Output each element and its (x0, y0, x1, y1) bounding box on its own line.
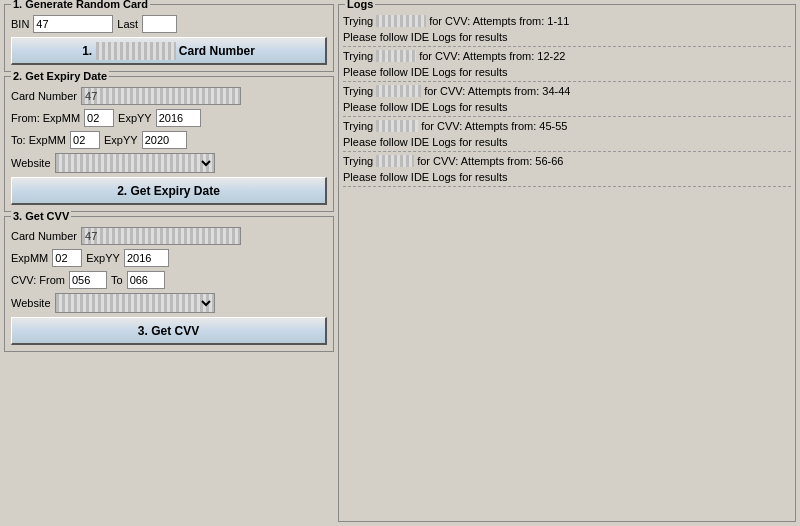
last-label: Last (117, 18, 138, 30)
generate-card-button[interactable]: 1. Card Number (11, 37, 327, 65)
log-divider-5 (343, 186, 791, 187)
get-cvv-button[interactable]: 3. Get CVV (11, 317, 327, 345)
button1-text: Card Number (179, 44, 255, 58)
log-entry-5: Trying for CVV: Attempts from: 34-44 (343, 83, 791, 99)
log-entry-7: Trying for CVV: Attempts from: 45-55 (343, 118, 791, 134)
bin-input[interactable] (33, 15, 113, 33)
from-expmm-label: From: ExpMM (11, 112, 80, 124)
log-entry-10: Please follow IDE Logs for results (343, 169, 791, 185)
expyy-from-input[interactable] (156, 109, 201, 127)
button1-prefix: 1. (82, 44, 92, 58)
cvv-from-input[interactable] (69, 271, 107, 289)
expmm-label: ExpMM (11, 252, 48, 264)
button1-striped (96, 42, 176, 60)
cvv-to-input[interactable] (127, 271, 165, 289)
to-expmm-input[interactable] (70, 131, 100, 149)
expmm-input[interactable] (52, 249, 82, 267)
log-divider-1 (343, 46, 791, 47)
section2-title: 2. Get Expiry Date (11, 70, 109, 82)
from-expmm-input[interactable] (84, 109, 114, 127)
to-expmm-label: To: ExpMM (11, 134, 66, 146)
section3-card-input[interactable]: 47 (81, 227, 241, 245)
section-get-cvv: 3. Get CVV Card Number 47 ExpMM ExpYY CV… (4, 216, 334, 352)
log-striped-4 (376, 120, 418, 132)
log-entry-4: Please follow IDE Logs for results (343, 64, 791, 80)
expyy-input[interactable] (124, 249, 169, 267)
log-entry-9: Trying for CVV: Attempts from: 56-66 (343, 153, 791, 169)
bin-label: BIN (11, 18, 29, 30)
section-expiry-date: 2. Get Expiry Date Card Number 47 From: … (4, 76, 334, 212)
cvv-from-label: CVV: From (11, 274, 65, 286)
log-entry-1: Trying for CVV: Attempts from: 1-11 (343, 13, 791, 29)
logs-panel: Logs Trying for CVV: Attempts from: 1-11… (338, 4, 796, 522)
log-entry-8: Please follow IDE Logs for results (343, 134, 791, 150)
section3-website-select[interactable] (55, 293, 215, 313)
get-expiry-button[interactable]: 2. Get Expiry Date (11, 177, 327, 205)
last-input[interactable] (142, 15, 177, 33)
expyy-from-label: ExpYY (118, 112, 152, 124)
log-striped-1 (376, 15, 426, 27)
section3-title: 3. Get CVV (11, 210, 71, 222)
log-entry-6: Please follow IDE Logs for results (343, 99, 791, 115)
expyy-to-input[interactable] (142, 131, 187, 149)
section3-website-label: Website (11, 297, 51, 309)
logs-title: Logs (345, 0, 375, 10)
log-entry-2: Please follow IDE Logs for results (343, 29, 791, 45)
expyy-to-label: ExpYY (104, 134, 138, 146)
log-entry-3: Trying for CVV: Attempts from: 12-22 (343, 48, 791, 64)
section2-card-input[interactable]: 47 (81, 87, 241, 105)
section3-card-label: Card Number (11, 230, 77, 242)
logs-content[interactable]: Trying for CVV: Attempts from: 1-11 Plea… (339, 11, 795, 521)
log-striped-5 (376, 155, 414, 167)
log-striped-3 (376, 85, 421, 97)
section2-card-label: Card Number (11, 90, 77, 102)
section2-website-select[interactable] (55, 153, 215, 173)
section1-title: 1. Generate Random Card (11, 0, 150, 10)
log-divider-2 (343, 81, 791, 82)
log-divider-4 (343, 151, 791, 152)
log-striped-2 (376, 50, 416, 62)
expyy-label: ExpYY (86, 252, 120, 264)
section2-website-label: Website (11, 157, 51, 169)
cvv-to-label: To (111, 274, 123, 286)
section-generate-card: 1. Generate Random Card BIN Last 1. Card… (4, 4, 334, 72)
log-divider-3 (343, 116, 791, 117)
